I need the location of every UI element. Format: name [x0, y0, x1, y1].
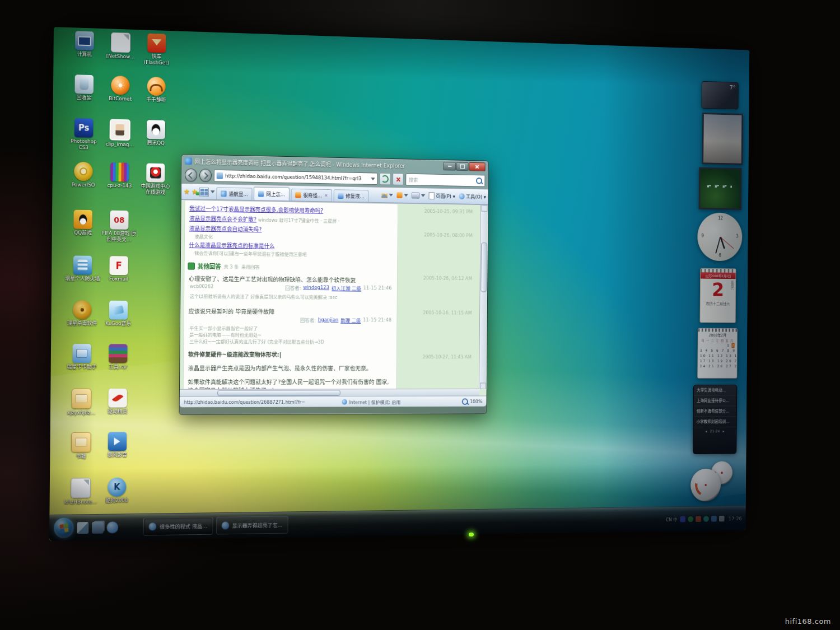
watermark-text: hifi168.com — [785, 617, 831, 626]
monitor-power-led — [469, 533, 474, 536]
monitor-screen: 计算机 [NetShow… 快车 (FlashGet) 回收站 BitComet… — [49, 27, 749, 541]
photo-background: 计算机 [NetShow… 快车 (FlashGet) 回收站 BitComet… — [0, 0, 840, 630]
screen-vignette — [49, 27, 749, 541]
